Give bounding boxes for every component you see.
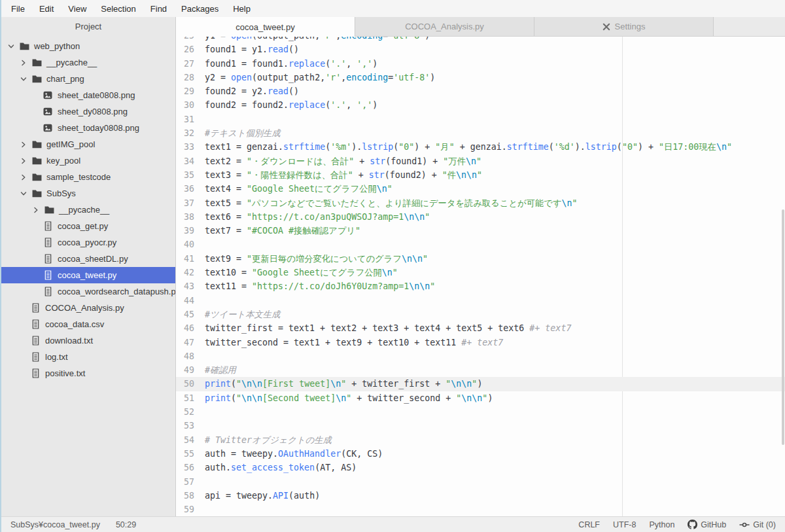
code-line-36[interactable]: 36text4 = "Google Sheetにてグラフ公開\n" (176, 182, 785, 196)
code-line-25[interactable]: 25y1 = open(output_path,'r',encoding='ut… (176, 37, 785, 43)
code-line-53[interactable]: 53 (176, 419, 785, 433)
chevron-right-icon[interactable] (20, 141, 31, 148)
tree-item-cocoa_data.csv[interactable]: cocoa_data.csv (1, 316, 175, 332)
menu-help[interactable]: Help (226, 0, 258, 17)
tree-item-__pycache__[interactable]: __pycache__ (1, 202, 175, 218)
status-git[interactable]: Git (0) (739, 520, 776, 529)
tree-item-label: cocoa_get.py (58, 221, 108, 231)
code-line-52[interactable]: 52 (176, 405, 785, 419)
code-line-42[interactable]: 42text10 = "Google Sheetにてグラフ公開\n" (176, 266, 785, 279)
code-line-51[interactable]: 51print("\n\n[Second tweet]\n" + twitter… (176, 391, 785, 405)
code-line-56[interactable]: 56auth.set_access_token(AT, AS) (176, 461, 785, 474)
code-line-27[interactable]: 27found1 = found1.replace('.', ',') (176, 57, 785, 71)
code-line-32[interactable]: 32#テキスト個別生成 (176, 126, 785, 140)
code-line-40[interactable]: 40 (176, 238, 785, 251)
status-line-ending[interactable]: CRLF (578, 520, 600, 529)
tree-item-chart_png[interactable]: chart_png (1, 71, 175, 87)
code-line-29[interactable]: 29found2 = y2.read() (176, 84, 785, 98)
code-line-39[interactable]: 39text7 = "#COCOA #接触確認アプリ" (176, 224, 785, 238)
code-line-text (194, 419, 205, 433)
chevron-down-icon[interactable] (8, 43, 19, 50)
code-line-58[interactable]: 58api = tweepy.API(auth) (176, 489, 785, 503)
chevron-right-icon[interactable] (20, 60, 31, 66)
code-line-text: auth = tweepy.OAuthHandler(CK, CS) (194, 447, 383, 461)
code-line-37[interactable]: 37text5 = "パソコンなどでご覧いただくと、より詳細にデータを読み取るこ… (176, 196, 785, 210)
code-line-45[interactable]: 45#ツイート本文生成 (176, 308, 785, 321)
chevron-right-icon[interactable] (33, 207, 44, 213)
code-line-46[interactable]: 46twitter_first = text1 + text2 + text3 … (176, 321, 785, 335)
code-line-text: y2 = open(output_path2,'r',encoding='utf… (194, 71, 435, 84)
line-number: 52 (176, 405, 194, 419)
tree-item-label: web_python (34, 41, 80, 51)
line-number: 29 (176, 84, 194, 98)
tree-item-key_pool[interactable]: key_pool (1, 152, 175, 169)
tree-item-COCOA_Analysis.py[interactable]: COCOA_Analysis.py (1, 300, 175, 316)
editor-scrollbar[interactable] (782, 209, 784, 445)
tree-item-getIMG_pool[interactable]: getIMG_pool (1, 136, 175, 152)
menu-file[interactable]: File (4, 0, 32, 17)
tree-item-label: download.txt (45, 336, 93, 346)
tree-item-download.txt[interactable]: download.txt (1, 332, 175, 349)
tree-item-sheet_today0808.png[interactable]: sheet_today0808.png (1, 120, 175, 136)
line-number: 41 (176, 252, 194, 266)
status-language[interactable]: Python (649, 520, 674, 529)
code-line-33[interactable]: 33text1 = genzai.strftime('%m').lstrip("… (176, 140, 785, 154)
code-line-31[interactable]: 31 (176, 113, 785, 126)
folder-icon (19, 41, 29, 52)
code-line-44[interactable]: 44 (176, 294, 785, 308)
code-line-49[interactable]: 49#確認用 (176, 363, 785, 377)
tree-item-log.txt[interactable]: log.txt (1, 349, 175, 365)
menu-find[interactable]: Find (143, 0, 174, 17)
code-line-59[interactable]: 59 (176, 503, 785, 516)
tree-item-cocoa_get.py[interactable]: cocoa_get.py (1, 218, 175, 234)
tree-item-positive.txt[interactable]: positive.txt (1, 365, 175, 381)
tree-item-cocoa_tweet.py[interactable]: cocoa_tweet.py (1, 267, 175, 283)
tree-item-label: COCOA_Analysis.py (45, 303, 124, 313)
file-icon (43, 270, 53, 281)
file-icon (43, 221, 53, 232)
tree-item-label: cocoa_data.csv (45, 319, 104, 329)
code-line-35[interactable]: 35text3 = "・陽性登録件数は、合計" + str(found2) + … (176, 168, 785, 182)
chevron-right-icon[interactable] (20, 174, 31, 181)
code-line-43[interactable]: 43text11 = "https://t.co/doJh6Y0Uzm?amp=… (176, 279, 785, 293)
code-line-38[interactable]: 38text6 = "https://t.co/an3puQWSOJ?amp=1… (176, 210, 785, 224)
tree-item-__pycache__[interactable]: __pycache__ (1, 54, 175, 71)
code-line-text: text2 = "・ダウンロードは、合計" + str(found1) + "万… (194, 154, 481, 168)
code-line-34[interactable]: 34text2 = "・ダウンロードは、合計" + str(found1) + … (176, 154, 785, 168)
tab-cocoa_tweet.py[interactable]: cocoa_tweet.py (176, 17, 355, 37)
code-line-57[interactable]: 57 (176, 475, 785, 489)
tree-item-sheet_date0808.png[interactable]: sheet_date0808.png (1, 87, 175, 103)
tree-item-cocoa_pyocr.py[interactable]: cocoa_pyocr.py (1, 234, 175, 251)
menu-packages[interactable]: Packages (174, 0, 226, 17)
tree-item-cocoa_sheetDL.py[interactable]: cocoa_sheetDL.py (1, 251, 175, 267)
status-encoding[interactable]: UTF-8 (613, 520, 636, 529)
tree-item-sample_testcode[interactable]: sample_testcode (1, 169, 175, 185)
tree-item-sheet_dy0808.png[interactable]: sheet_dy0808.png (1, 103, 175, 120)
menu-view[interactable]: View (61, 0, 94, 17)
code-line-text (194, 503, 205, 516)
code-line-50[interactable]: 50print("\n\n[First tweet]\n" + twitter_… (176, 377, 785, 391)
file-icon (30, 303, 41, 313)
tree-item-web_python[interactable]: web_python (1, 38, 175, 54)
code-line-48[interactable]: 48 (176, 349, 785, 363)
tree-item-cocoa_wordsearch_datapush.py[interactable]: cocoa_wordsearch_datapush.py (1, 283, 175, 300)
code-editor[interactable]: 25y1 = open(output_path,'r',encoding='ut… (176, 37, 785, 516)
code-line-55[interactable]: 55auth = tweepy.OAuthHandler(CK, CS) (176, 447, 785, 461)
code-line-28[interactable]: 28y2 = open(output_path2,'r',encoding='u… (176, 71, 785, 84)
tab-Settings[interactable]: Settings (534, 17, 714, 36)
code-line-30[interactable]: 30found2 = found2.replace('.', ',') (176, 98, 785, 112)
status-github[interactable]: GitHub (688, 520, 726, 529)
chevron-down-icon[interactable] (20, 190, 31, 197)
chevron-right-icon[interactable] (20, 158, 31, 164)
tab-COCOA_Analysis.py[interactable]: COCOA_Analysis.py (355, 17, 534, 36)
status-cursor-position[interactable]: 50:29 (116, 520, 136, 529)
line-number: 51 (176, 391, 194, 405)
code-line-54[interactable]: 54# Twitterオブジェクトの生成 (176, 433, 785, 447)
code-line-26[interactable]: 26found1 = y1.read() (176, 43, 785, 56)
menu-edit[interactable]: Edit (32, 0, 61, 17)
chevron-down-icon[interactable] (20, 76, 31, 82)
code-line-41[interactable]: 41text9 = "更新日毎の増分変化についてのグラフ\n\n" (176, 252, 785, 266)
tree-item-SubSys[interactable]: SubSys (1, 185, 175, 202)
menu-selection[interactable]: Selection (94, 0, 143, 17)
code-line-47[interactable]: 47twitter_second = text1 + text9 + text1… (176, 336, 785, 349)
